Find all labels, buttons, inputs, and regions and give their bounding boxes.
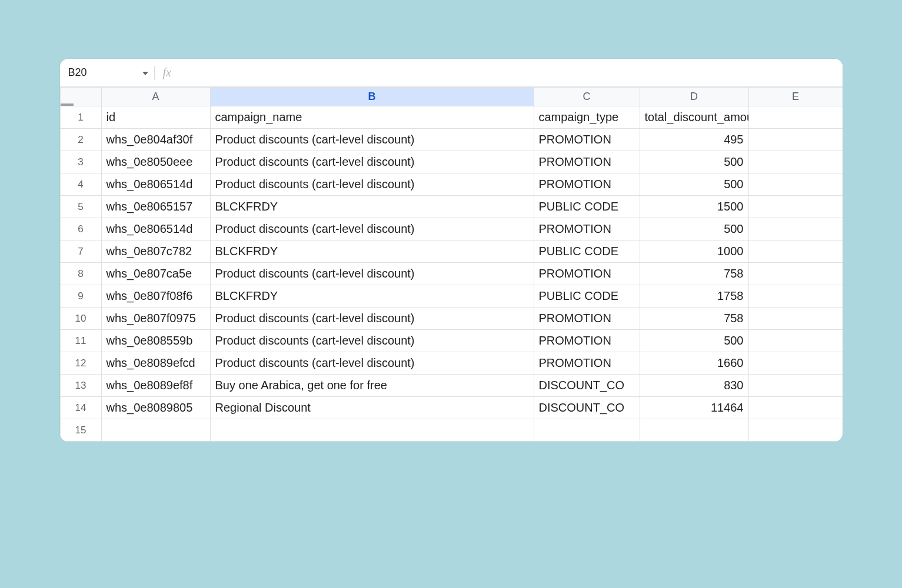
name-box[interactable]: B20 xyxy=(60,59,154,86)
cell[interactable] xyxy=(748,375,843,397)
cell[interactable] xyxy=(748,285,843,308)
row-header[interactable]: 3 xyxy=(60,151,101,173)
row-header[interactable]: 7 xyxy=(60,240,101,263)
col-header-A[interactable]: A xyxy=(101,88,210,106)
cell[interactable] xyxy=(748,106,843,129)
cell[interactable]: 758 xyxy=(640,308,748,330)
cell[interactable]: 500 xyxy=(640,330,748,352)
row-header[interactable]: 6 xyxy=(60,218,101,240)
cell[interactable]: 500 xyxy=(640,151,748,173)
cell[interactable]: Product discounts (cart-level discount) xyxy=(210,308,534,330)
cell[interactable]: PROMOTION xyxy=(534,151,640,173)
cell[interactable]: PROMOTION xyxy=(534,352,640,375)
cell[interactable] xyxy=(748,151,843,173)
cell[interactable] xyxy=(748,196,843,218)
cell[interactable] xyxy=(640,419,748,442)
row-header[interactable]: 12 xyxy=(60,352,101,375)
cell[interactable] xyxy=(748,308,843,330)
cell[interactable]: Product discounts (cart-level discount) xyxy=(210,263,534,285)
cell[interactable]: whs_0e8065157 xyxy=(101,196,210,218)
row-header[interactable]: 2 xyxy=(60,129,101,151)
cell[interactable]: 758 xyxy=(640,263,748,285)
cell[interactable]: whs_0e807f0975 xyxy=(101,308,210,330)
col-header-E[interactable]: E xyxy=(748,88,843,106)
cell[interactable]: PROMOTION xyxy=(534,129,640,151)
cell[interactable]: 1000 xyxy=(640,240,748,263)
cell[interactable] xyxy=(748,419,843,442)
cell[interactable]: whs_0e807c782 xyxy=(101,240,210,263)
cell[interactable]: BLCKFRDY xyxy=(210,196,534,218)
cell[interactable] xyxy=(534,419,640,442)
cell[interactable]: 11464 xyxy=(640,397,748,419)
cell[interactable]: whs_0e806514d xyxy=(101,218,210,240)
cell[interactable]: 830 xyxy=(640,375,748,397)
col-header-D[interactable]: D xyxy=(640,88,748,106)
cell[interactable]: BLCKFRDY xyxy=(210,240,534,263)
row-header[interactable]: 10 xyxy=(60,308,101,330)
row-header[interactable]: 1 xyxy=(60,106,101,129)
cell[interactable]: campaign_type xyxy=(534,106,640,129)
cell[interactable]: whs_0e807f08f6 xyxy=(101,285,210,308)
cell[interactable]: 1660 xyxy=(640,352,748,375)
cell[interactable]: 500 xyxy=(640,218,748,240)
cell[interactable]: PUBLIC CODE xyxy=(534,196,640,218)
formula-input[interactable] xyxy=(178,59,843,86)
cell[interactable]: whs_0e8089efcd xyxy=(101,352,210,375)
table-row: 2whs_0e804af30fProduct discounts (cart-l… xyxy=(60,129,843,151)
row-header[interactable]: 5 xyxy=(60,196,101,218)
row-header[interactable]: 15 xyxy=(60,419,101,442)
cell[interactable]: 1758 xyxy=(640,285,748,308)
cell[interactable]: total_discount_amount xyxy=(640,106,748,129)
cell[interactable]: 500 xyxy=(640,173,748,196)
cell[interactable]: Product discounts (cart-level discount) xyxy=(210,330,534,352)
cell[interactable] xyxy=(748,352,843,375)
cell[interactable]: Product discounts (cart-level discount) xyxy=(210,173,534,196)
row-header[interactable]: 8 xyxy=(60,263,101,285)
cell[interactable] xyxy=(101,419,210,442)
cell[interactable]: Product discounts (cart-level discount) xyxy=(210,129,534,151)
row-header[interactable]: 9 xyxy=(60,285,101,308)
cell[interactable] xyxy=(748,330,843,352)
cell[interactable] xyxy=(748,263,843,285)
cell[interactable]: DISCOUNT_CO xyxy=(534,397,640,419)
cell[interactable] xyxy=(748,397,843,419)
cell[interactable]: whs_0e8050eee xyxy=(101,151,210,173)
cell[interactable]: campaign_name xyxy=(210,106,534,129)
col-header-C[interactable]: C xyxy=(534,88,640,106)
cell[interactable]: PUBLIC CODE xyxy=(534,240,640,263)
cell[interactable] xyxy=(748,129,843,151)
row-header[interactable]: 11 xyxy=(60,330,101,352)
cell[interactable]: PROMOTION xyxy=(534,330,640,352)
cell[interactable]: Product discounts (cart-level discount) xyxy=(210,218,534,240)
cell[interactable]: DISCOUNT_CO xyxy=(534,375,640,397)
row-header[interactable]: 14 xyxy=(60,397,101,419)
cell[interactable]: Product discounts (cart-level discount) xyxy=(210,352,534,375)
cell[interactable]: whs_0e808559b xyxy=(101,330,210,352)
cell[interactable]: BLCKFRDY xyxy=(210,285,534,308)
cell[interactable]: whs_0e807ca5e xyxy=(101,263,210,285)
cell[interactable] xyxy=(748,218,843,240)
cell[interactable]: Product discounts (cart-level discount) xyxy=(210,151,534,173)
cell[interactable]: PUBLIC CODE xyxy=(534,285,640,308)
cell[interactable]: whs_0e8089ef8f xyxy=(101,375,210,397)
cell[interactable]: PROMOTION xyxy=(534,173,640,196)
select-all-corner[interactable] xyxy=(60,88,101,106)
col-header-B[interactable]: B xyxy=(210,88,534,106)
cell[interactable]: Buy one Arabica, get one for free xyxy=(210,375,534,397)
cell[interactable]: whs_0e804af30f xyxy=(101,129,210,151)
cell[interactable]: whs_0e8089805 xyxy=(101,397,210,419)
cell[interactable] xyxy=(748,240,843,263)
cell[interactable] xyxy=(210,419,534,442)
spreadsheet-grid[interactable]: A B C D E 1idcampaign_namecampaign_typet… xyxy=(60,87,843,442)
row-header[interactable]: 4 xyxy=(60,173,101,196)
cell[interactable]: PROMOTION xyxy=(534,218,640,240)
cell[interactable]: 1500 xyxy=(640,196,748,218)
cell[interactable]: PROMOTION xyxy=(534,308,640,330)
cell[interactable]: id xyxy=(101,106,210,129)
cell[interactable]: 495 xyxy=(640,129,748,151)
cell[interactable] xyxy=(748,173,843,196)
cell[interactable]: Regional Discount xyxy=(210,397,534,419)
cell[interactable]: whs_0e806514d xyxy=(101,173,210,196)
row-header[interactable]: 13 xyxy=(60,375,101,397)
cell[interactable]: PROMOTION xyxy=(534,263,640,285)
